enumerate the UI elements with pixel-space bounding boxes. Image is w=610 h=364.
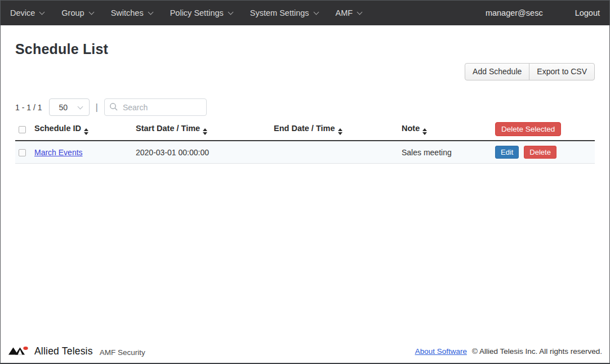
chevron-down-icon bbox=[313, 10, 319, 15]
page-size-select[interactable]: 50 bbox=[49, 98, 90, 116]
select-all-checkbox[interactable] bbox=[19, 126, 26, 133]
nav-item-label: Device bbox=[10, 8, 35, 17]
top-navbar: Device Group Switches Policy Settings Sy… bbox=[1, 1, 609, 25]
delete-selected-button[interactable]: Delete Selected bbox=[495, 122, 561, 136]
nav-item-label: Policy Settings bbox=[170, 8, 224, 17]
logout-button[interactable]: Logout bbox=[575, 8, 600, 17]
toolbar-button-group: Add Schedule Export to CSV bbox=[465, 63, 595, 80]
column-label: Start Date / Time bbox=[136, 124, 200, 133]
product-name: AMF Security bbox=[100, 348, 145, 357]
add-schedule-button[interactable]: Add Schedule bbox=[465, 63, 529, 80]
app-window: Device Group Switches Policy Settings Sy… bbox=[0, 0, 610, 364]
schedule-table: Schedule ID Start Date / Time End Date /… bbox=[15, 119, 595, 164]
nav-item-amf[interactable]: AMF bbox=[336, 8, 362, 17]
navbar-right: manager@sesc Logout bbox=[486, 8, 600, 17]
sort-icon bbox=[422, 128, 427, 135]
actions-cell: Edit Delete bbox=[492, 141, 595, 164]
chevron-down-icon bbox=[148, 10, 153, 15]
column-label: Schedule ID bbox=[34, 124, 81, 133]
toolbar: Add Schedule Export to CSV bbox=[15, 63, 595, 80]
separator: | bbox=[95, 102, 97, 113]
page-title: Schedule List bbox=[15, 41, 595, 57]
end-date-cell bbox=[271, 141, 399, 164]
nav-item-label: System Settings bbox=[250, 8, 309, 17]
delete-button[interactable]: Delete bbox=[524, 146, 556, 159]
column-header-note[interactable]: Note bbox=[399, 119, 492, 141]
sort-icon bbox=[338, 128, 342, 135]
copyright-text: © Allied Telesis Inc. All rights reserve… bbox=[472, 347, 602, 356]
nav-item-policy-settings[interactable]: Policy Settings bbox=[170, 8, 233, 17]
chevron-down-icon bbox=[39, 10, 45, 15]
nav-item-group[interactable]: Group bbox=[61, 8, 93, 17]
pagination-range: 1 - 1 / 1 bbox=[15, 103, 42, 112]
sort-icon bbox=[203, 128, 207, 135]
start-date-cell: 2020-03-01 00:00:00 bbox=[133, 141, 271, 164]
export-csv-button[interactable]: Export to CSV bbox=[529, 63, 595, 80]
list-controls: 1 - 1 / 1 50 | bbox=[15, 98, 595, 116]
sort-icon bbox=[84, 128, 88, 135]
allied-telesis-logo-icon bbox=[8, 345, 30, 357]
table-header-row: Schedule ID Start Date / Time End Date /… bbox=[15, 119, 595, 141]
brand: Allied Telesis AMF Security bbox=[8, 345, 145, 357]
table-row: March Events 2020-03-01 00:00:00 Sales m… bbox=[15, 141, 595, 164]
chevron-down-icon bbox=[228, 10, 233, 15]
column-header-schedule-id[interactable]: Schedule ID bbox=[32, 119, 133, 141]
column-label: Note bbox=[402, 124, 420, 133]
chevron-down-icon bbox=[357, 10, 363, 15]
search-input[interactable] bbox=[104, 98, 207, 116]
nav-item-label: Group bbox=[61, 8, 84, 17]
note-cell: Sales meeting bbox=[399, 141, 492, 164]
column-header-start-date[interactable]: Start Date / Time bbox=[133, 119, 271, 141]
row-checkbox[interactable] bbox=[19, 149, 26, 156]
nav-item-switches[interactable]: Switches bbox=[111, 8, 153, 17]
footer: Allied Telesis AMF Security About Softwa… bbox=[1, 343, 609, 363]
about-software-link[interactable]: About Software bbox=[415, 347, 467, 356]
edit-button[interactable]: Edit bbox=[495, 146, 519, 159]
nav-item-system-settings[interactable]: System Settings bbox=[250, 8, 318, 17]
brand-wordmark: Allied Telesis bbox=[34, 345, 93, 357]
page-size-value: 50 bbox=[59, 103, 68, 112]
footer-right: About Software © Allied Telesis Inc. All… bbox=[415, 347, 602, 356]
nav-item-label: AMF bbox=[336, 8, 353, 17]
nav-item-device[interactable]: Device bbox=[10, 8, 44, 17]
chevron-down-icon bbox=[78, 104, 83, 109]
column-label: End Date / Time bbox=[274, 124, 335, 133]
search-icon bbox=[109, 102, 118, 111]
chevron-down-icon bbox=[88, 10, 94, 15]
logged-in-user: manager@sesc bbox=[486, 8, 543, 17]
schedule-id-link[interactable]: March Events bbox=[34, 148, 83, 157]
search-box bbox=[104, 98, 207, 116]
column-header-end-date[interactable]: End Date / Time bbox=[271, 119, 399, 141]
main-content: Schedule List Add Schedule Export to CSV… bbox=[1, 41, 609, 164]
column-header-actions: Delete Selected bbox=[492, 119, 595, 141]
nav-item-label: Switches bbox=[111, 8, 144, 17]
